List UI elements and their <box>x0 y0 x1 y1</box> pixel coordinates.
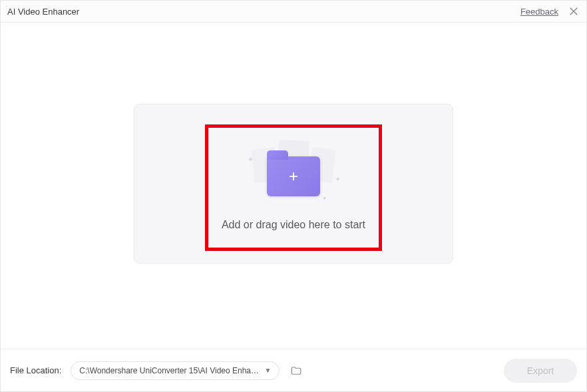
main-area: ✦ ✦ ✦ + Add or drag video here to start <box>1 23 586 350</box>
header-actions: Feedback <box>520 5 580 17</box>
footer-bar: File Location: C:\Wondershare UniConvert… <box>1 349 586 391</box>
export-button[interactable]: Export <box>504 359 577 383</box>
add-folder-illustration: ✦ ✦ ✦ + <box>244 136 343 203</box>
file-location-dropdown[interactable]: C:\Wondershare UniConverter 15\AI Video … <box>71 361 280 380</box>
dropzone-instruction: Add or drag video here to start <box>222 219 365 231</box>
file-location-label: File Location: <box>10 365 61 375</box>
close-icon[interactable] <box>568 5 580 17</box>
folder-plus-icon: + <box>267 156 320 196</box>
app-title: AI Video Enhancer <box>7 7 79 17</box>
video-dropzone[interactable]: ✦ ✦ ✦ + Add or drag video here to start <box>134 104 453 264</box>
feedback-link[interactable]: Feedback <box>520 7 558 17</box>
caret-down-icon: ▼ <box>264 367 271 374</box>
file-location-path: C:\Wondershare UniConverter 15\AI Video … <box>79 366 260 375</box>
browse-folder-icon[interactable] <box>290 365 302 377</box>
title-bar: AI Video Enhancer Feedback <box>1 1 586 23</box>
